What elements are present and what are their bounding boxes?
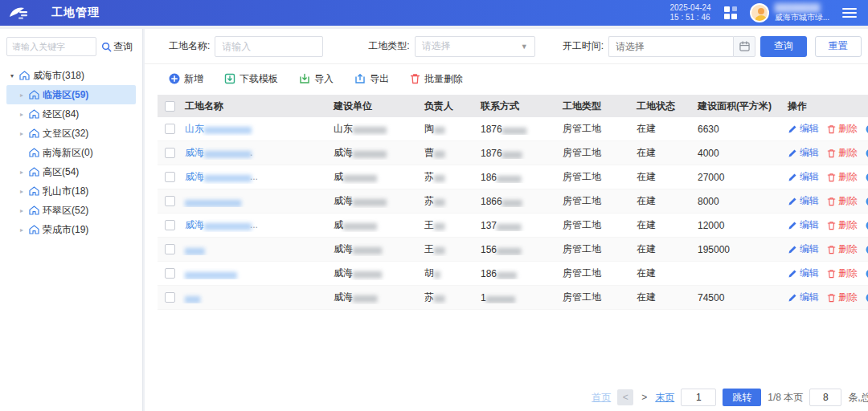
edit-button[interactable]: 编辑 [788,194,819,208]
tree-item[interactable]: ▸临港区(59) [6,85,136,104]
builder-cell: 山东▆▆▆▆▆▆▆ [330,122,421,136]
delete-button[interactable]: 删除 [827,267,858,280]
caret-right-icon[interactable]: ▸ [18,92,26,99]
edit-button[interactable]: 编辑 [788,170,819,184]
delete-trash-icon [827,221,836,230]
user-account[interactable]: ████████ 威海市城市绿... [750,3,829,22]
edit-button[interactable]: 编辑 [788,122,819,136]
row-checkbox[interactable] [165,196,175,206]
tree-item[interactable]: 南海新区(0) [6,143,136,162]
site-type-select[interactable]: 请选择 ▼ [415,36,535,57]
site-name-input[interactable] [215,36,323,57]
tree-item[interactable]: ▸乳山市(18) [6,181,136,201]
select-all-checkbox[interactable] [165,101,175,112]
first-page-link[interactable]: 首页 [592,391,611,405]
caret-right-icon[interactable]: ▸ [18,188,26,195]
caret-right-icon[interactable]: ▸ [18,207,26,214]
edit-pencil-icon [788,269,797,279]
status-cell: 在建 [633,267,694,280]
user-name-redacted: ████████ [775,3,821,13]
table-row: 山东▆▆▆▆▆▆▆▆▆▆ 山东▆▆▆▆▆▆▆ 陶▆▆ 1876▆▆▆▆▆ 房管工… [158,117,868,141]
phone-cell: 1876▆▆▆▆ [477,148,559,159]
delete-button[interactable]: 删除 [827,218,858,232]
caret-down-icon[interactable]: ▾ [8,72,16,79]
caret-right-icon[interactable]: ▸ [18,111,26,118]
row-checkbox[interactable] [165,172,175,182]
delete-button[interactable]: 删除 [827,122,858,136]
edit-button[interactable]: 编辑 [788,146,819,160]
row-checkbox[interactable] [165,292,175,303]
datetime-display: 2025-04-24 15 : 51 : 46 [670,3,711,22]
table-toolbar: 新增 下载模板 导入 [145,64,868,93]
sidebar-search-button[interactable]: 查询 [101,40,133,54]
site-name-link[interactable]: 威海▆▆▆▆▆▆▆▆▆▆. [185,147,252,158]
export-button[interactable]: 导出 [354,72,389,86]
menu-hamburger-icon[interactable] [842,8,857,18]
delete-button[interactable]: 删除 [827,242,858,256]
tree-item[interactable]: ▸文登区(32) [6,124,136,143]
jump-button[interactable]: 跳转 [723,389,761,406]
person-cell: 苏▆▆ [421,291,477,304]
site-name-link[interactable]: ▆▆▆ [185,292,199,303]
delete-button[interactable]: 删除 [827,146,858,160]
start-date-input[interactable] [608,36,733,57]
delete-button[interactable]: 删除 [827,291,858,304]
area-cell: 195000 [694,244,784,255]
tree-item[interactable]: ▸经区(84) [6,104,136,124]
row-checkbox[interactable] [165,148,175,158]
filter-search-button[interactable]: 查询 [760,36,807,57]
builder-cell: 威海▆▆▆▆▆▆ [330,242,421,256]
user-names: ████████ 威海市城市绿... [775,3,829,22]
delete-button[interactable]: 删除 [827,170,858,184]
caret-right-icon[interactable]: ▸ [18,169,26,176]
person-cell: 苏▆▆ [421,170,477,184]
delete-button[interactable]: 删除 [827,194,858,208]
edit-button[interactable]: 编辑 [788,267,819,280]
site-name-link[interactable]: 威海▆▆▆▆▆▆▆▆▆▆... [185,219,258,230]
area-cell: 27000 [694,172,784,183]
site-name-link[interactable]: ▆▆▆▆▆▆▆▆▆▆▆ [185,268,235,279]
edit-button[interactable]: 编辑 [788,242,819,256]
edit-pencil-icon [788,197,797,206]
time-text: 15 : 51 : 46 [670,13,711,22]
filter-reset-button[interactable]: 重置 [815,36,862,57]
row-checkbox[interactable] [165,220,175,230]
site-name-link[interactable]: 威海▆▆▆▆▆▆▆▆▆▆... [185,171,258,182]
table-row: ▆▆▆ 威海▆▆▆▆▆ 苏▆▆ 1▆▆▆▆▆▆ 房管工地 在建 74500 编辑… [158,286,868,310]
row-checkbox[interactable] [165,124,175,134]
filter-bar: 工地名称: 工地类型: 请选择 ▼ 开工时间: [145,29,868,64]
prev-page-button[interactable]: < [617,389,633,405]
area-cell: 12000 [694,220,784,231]
page-size-input[interactable] [809,389,841,406]
edit-button[interactable]: 编辑 [788,291,819,304]
page-number-input[interactable] [681,389,716,406]
last-page-link[interactable]: 末页 [655,391,674,405]
download-template-button[interactable]: 下载模板 [224,72,278,86]
tree-item[interactable]: ▸荣成市(19) [6,220,136,239]
tree-item[interactable]: ▸高区(54) [6,162,136,181]
tree-item[interactable]: ▸环翠区(52) [6,201,136,220]
import-button[interactable]: 导入 [299,72,334,86]
export-icon [354,73,366,84]
row-checkbox[interactable] [165,244,175,254]
area-cell: 4000 [694,148,784,159]
site-name-link[interactable]: ▆▆▆▆ [185,244,203,255]
batch-delete-button[interactable]: 批量删除 [410,72,463,86]
caret-right-icon[interactable]: ▸ [18,130,26,137]
add-button[interactable]: 新增 [169,72,203,86]
site-name-link[interactable]: ▆▆▆▆▆▆▆▆▆▆▆▆ [185,196,240,207]
edit-button[interactable]: 编辑 [788,218,819,232]
row-checkbox[interactable] [165,268,175,279]
site-name-link[interactable]: 山东▆▆▆▆▆▆▆▆▆▆ [185,123,250,134]
download-template-icon [224,73,235,84]
caret-right-icon[interactable]: ▸ [18,226,26,234]
next-page-button[interactable]: > [640,392,649,403]
calendar-button[interactable] [733,36,755,57]
person-cell: 王▆▆ [421,242,477,256]
apps-grid-icon[interactable] [724,6,737,19]
sidebar-search-input[interactable] [6,37,96,56]
house-icon [29,109,39,119]
builder-cell: 威海▆▆▆▆▆▆▆ [330,146,421,160]
tree-root-weihai[interactable]: ▾ 威海市(318) [6,66,136,85]
site-name-label: 工地名称: [169,39,210,53]
